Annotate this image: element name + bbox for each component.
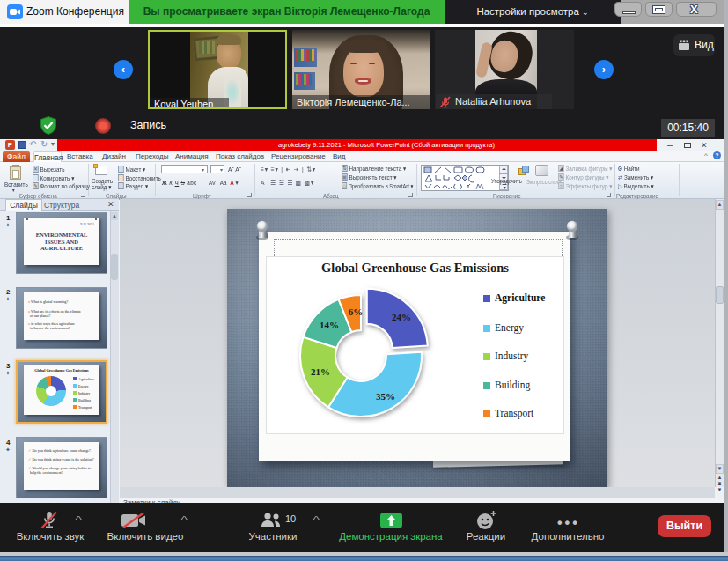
svg-text:6%: 6% (349, 306, 364, 317)
svg-text:24%: 24% (392, 312, 411, 322)
svg-text:35%: 35% (376, 391, 395, 402)
svg-text:14%: 14% (320, 320, 339, 330)
svg-text:21%: 21% (311, 366, 330, 377)
